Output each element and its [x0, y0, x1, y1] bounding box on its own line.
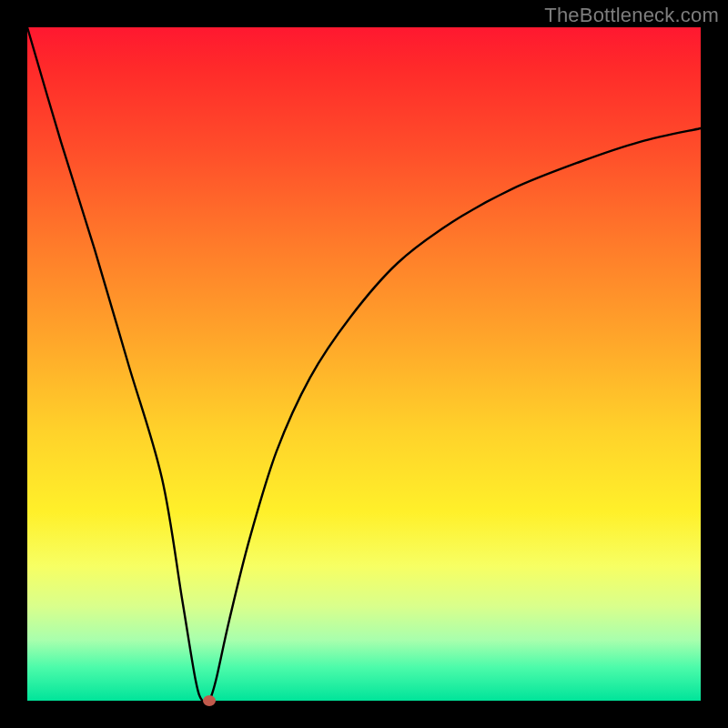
bottleneck-curve [27, 27, 701, 701]
plot-area [27, 27, 701, 701]
minimum-marker-icon [203, 695, 216, 706]
chart-frame: TheBottleneck.com [0, 0, 728, 728]
watermark-text: TheBottleneck.com [544, 4, 719, 27]
